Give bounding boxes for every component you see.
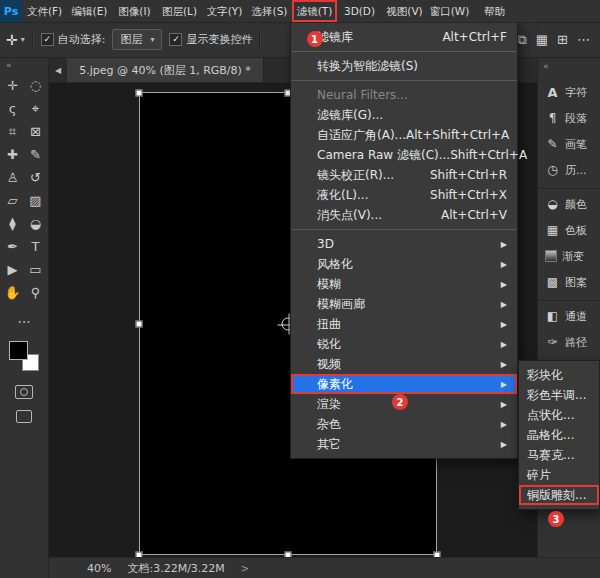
frame-tool[interactable]: ⊠ bbox=[24, 120, 47, 143]
pixelate-pointillize[interactable]: 点状化... bbox=[519, 405, 599, 425]
filter-other[interactable]: 其它▶ bbox=[291, 434, 517, 454]
pixelate-mosaic[interactable]: 马赛克... bbox=[519, 445, 599, 465]
filter-render-label: 渲染 bbox=[317, 396, 341, 413]
show-transform-checkbox[interactable]: ✓ 显示变换控件 bbox=[169, 32, 252, 47]
blur-tool-icon: ⧫ bbox=[9, 216, 15, 231]
neural-filters: Neural Filters... bbox=[291, 85, 517, 105]
auto-select-target-dropdown[interactable]: 图层 ▾ bbox=[112, 29, 162, 50]
menu-3d[interactable]: 3D(D) bbox=[337, 0, 382, 22]
transform-handle-top-left[interactable] bbox=[136, 90, 143, 97]
zoom-tool[interactable]: ⚲ bbox=[24, 281, 47, 304]
tools-grid: ✛◌ς⌖⌗⊠✚✎♙↺▱▨⧫◒✒T▶▭✋⚲ bbox=[0, 74, 48, 304]
tab-scroll-left-icon[interactable]: ◀ bbox=[49, 66, 67, 75]
current-tool-indicator[interactable]: ✛ ▾ bbox=[6, 32, 25, 48]
quick-mask-icon[interactable] bbox=[15, 385, 33, 399]
pen-tool[interactable]: ✒ bbox=[1, 235, 24, 258]
status-chevron-icon[interactable]: > bbox=[241, 563, 249, 574]
panel-gradients[interactable]: 渐变 bbox=[538, 243, 600, 269]
path-selection-tool[interactable]: ▶ bbox=[1, 258, 24, 281]
healing-brush-tool[interactable]: ✚ bbox=[1, 143, 24, 166]
auto-select-checkbox[interactable]: ✓ 自动选择: bbox=[41, 32, 106, 47]
screen-mode-icon[interactable] bbox=[16, 410, 32, 423]
panel-character[interactable]: A字符 bbox=[538, 79, 600, 105]
panel-color[interactable]: ◒颜色 bbox=[538, 191, 600, 217]
lasso-tool[interactable]: ς bbox=[1, 97, 24, 120]
color-swatches[interactable] bbox=[9, 341, 39, 371]
menu-select[interactable]: 选择(S) bbox=[247, 0, 292, 22]
document-tab[interactable]: 5.jpeg @ 40% (图层 1, RGB/8) * bbox=[67, 58, 264, 82]
filter-pixelate[interactable]: 像素化▶ bbox=[291, 374, 517, 394]
foreground-color-swatch[interactable] bbox=[9, 341, 28, 360]
filter-sharpen[interactable]: 锐化▶ bbox=[291, 334, 517, 354]
menu-edit[interactable]: 编辑(E) bbox=[67, 0, 112, 22]
clone-stamp-tool[interactable]: ♙ bbox=[1, 166, 24, 189]
filter-blur[interactable]: 模糊▶ bbox=[291, 274, 517, 294]
dodge-tool[interactable]: ◒ bbox=[24, 212, 47, 235]
liquify[interactable]: 液化(L)...Shift+Ctrl+X bbox=[291, 185, 517, 205]
panel-paths[interactable]: ✑路径 bbox=[538, 329, 600, 355]
filter-noise[interactable]: 杂色▶ bbox=[291, 414, 517, 434]
panel-brushes-label: 画笔 bbox=[565, 137, 587, 152]
move-tool-icon: ✛ bbox=[7, 78, 18, 93]
menu-help[interactable]: 帮助 bbox=[472, 0, 517, 22]
blur-tool[interactable]: ⧫ bbox=[1, 212, 24, 235]
menu-filter[interactable]: 滤镜(T) bbox=[292, 0, 337, 22]
pixelate-crystallize[interactable]: 晶格化... bbox=[519, 425, 599, 445]
panel-history[interactable]: ◷历... bbox=[538, 157, 600, 183]
vanishing-point[interactable]: 消失点(V)...Alt+Ctrl+V bbox=[291, 205, 517, 225]
panels-icon[interactable]: ⊞ bbox=[557, 32, 568, 48]
filter-gallery[interactable]: 滤镜库(G)... bbox=[291, 105, 517, 125]
adaptive-wide-angle[interactable]: 自适应广角(A)...Alt+Shift+Ctrl+A bbox=[291, 125, 517, 145]
object-selection-tool[interactable]: ⌖ bbox=[24, 97, 47, 120]
workspace-icon[interactable]: ▦ bbox=[536, 32, 548, 48]
paths-icon: ✑ bbox=[545, 335, 560, 350]
eraser-tool[interactable]: ▱ bbox=[1, 189, 24, 212]
panel-paragraph[interactable]: ¶段落 bbox=[538, 105, 600, 131]
zoom-level[interactable]: 40% bbox=[87, 562, 111, 575]
camera-raw-filter[interactable]: Camera Raw 滤镜(C)...Shift+Ctrl+A bbox=[291, 145, 517, 165]
pixelate-fragment[interactable]: 碎片 bbox=[519, 465, 599, 485]
color-icon: ◒ bbox=[545, 197, 560, 212]
panel-channels[interactable]: ◧通道 bbox=[538, 303, 600, 329]
toolbar-collapse-icon[interactable]: « bbox=[0, 58, 48, 74]
gradient-tool-button[interactable]: ▨ bbox=[24, 189, 47, 212]
adaptive-wide-angle-label: 自适应广角(A)... bbox=[317, 127, 406, 144]
convert-smart-filters[interactable]: 转换为智能滤镜(S) bbox=[291, 56, 517, 76]
menu-window[interactable]: 窗口(W) bbox=[427, 0, 472, 22]
panel-swatches[interactable]: ▦色板 bbox=[538, 217, 600, 243]
filter-3d[interactable]: 3D▶ bbox=[291, 234, 517, 254]
pixelate-mezzotint[interactable]: 铜版雕刻... bbox=[519, 485, 599, 505]
repeat-filter-gallery[interactable]: 滤镜库Alt+Ctrl+F bbox=[291, 27, 517, 47]
pixelate-facet[interactable]: 彩块化 bbox=[519, 365, 599, 385]
lens-correction[interactable]: 镜头校正(R)...Shift+Ctrl+R bbox=[291, 165, 517, 185]
filter-video[interactable]: 视频▶ bbox=[291, 354, 517, 374]
photoshop-window: Ps 文件(F)编辑(E)图像(I)图层(L)文字(Y)选择(S)滤镜(T)3D… bbox=[0, 0, 600, 578]
filter-stylize[interactable]: 风格化▶ bbox=[291, 254, 517, 274]
dock-collapse-icon[interactable]: « bbox=[538, 58, 600, 77]
panel-patterns[interactable]: ▩图案 bbox=[538, 269, 600, 295]
menu-type[interactable]: 文字(Y) bbox=[202, 0, 247, 22]
submenu-arrow-icon: ▶ bbox=[501, 240, 507, 249]
arrange-icon[interactable]: ⧉ bbox=[518, 32, 527, 48]
panel-brushes[interactable]: ✎画笔 bbox=[538, 131, 600, 157]
menu-file[interactable]: 文件(F) bbox=[22, 0, 67, 22]
edit-toolbar-icon[interactable]: ⋯ bbox=[0, 310, 48, 333]
pixelate-color-halftone[interactable]: 彩色半调... bbox=[519, 385, 599, 405]
brush-tool[interactable]: ✎ bbox=[24, 143, 47, 166]
shape-tool[interactable]: ▭ bbox=[24, 258, 47, 281]
type-tool-icon: T bbox=[32, 239, 40, 254]
history-brush-tool[interactable]: ↺ bbox=[24, 166, 47, 189]
hand-tool[interactable]: ✋ bbox=[1, 281, 24, 304]
menu-layer[interactable]: 图层(L) bbox=[157, 0, 202, 22]
move-tool[interactable]: ✛ bbox=[1, 74, 24, 97]
type-tool[interactable]: T bbox=[24, 235, 47, 258]
filter-blur-gallery[interactable]: 模糊画廊▶ bbox=[291, 294, 517, 314]
filter-distort[interactable]: 扭曲▶ bbox=[291, 314, 517, 334]
marquee-tool[interactable]: ◌ bbox=[24, 74, 47, 97]
crop-tool[interactable]: ⌗ bbox=[1, 120, 24, 143]
lens-correction-label: 镜头校正(R)... bbox=[317, 167, 394, 184]
more-icon[interactable]: ⋯ bbox=[577, 32, 590, 48]
transform-handle-mid-left[interactable] bbox=[136, 321, 143, 328]
menu-image[interactable]: 图像(I) bbox=[112, 0, 157, 22]
menu-view[interactable]: 视图(V) bbox=[382, 0, 427, 22]
